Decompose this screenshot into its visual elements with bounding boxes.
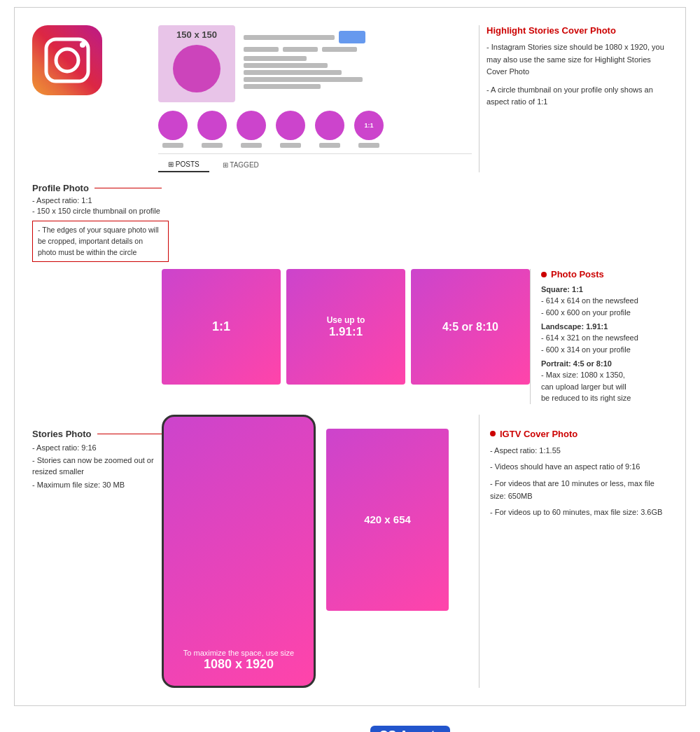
portrait-title: Portrait: 4:5 or 8:10 bbox=[541, 359, 700, 368]
portrait-b1: - Max size: 1080 x 1350, bbox=[541, 369, 700, 381]
igtv-b3: - For videos that are 10 minutes or less… bbox=[490, 478, 668, 502]
story-circle-3 bbox=[237, 111, 266, 140]
profile-photo-box: 150 x 150 bbox=[158, 25, 235, 102]
highlight-bullet2: - A circle thumbnail on your profile onl… bbox=[486, 84, 668, 109]
story-circle-4 bbox=[276, 111, 305, 140]
post-landscape: Use up to 1.91:1 bbox=[286, 269, 405, 385]
stories-photo-title: Stories Photo bbox=[32, 429, 92, 439]
photo-posts-left-spacer bbox=[32, 269, 162, 404]
phone-size: 1080 x 1920 bbox=[204, 657, 274, 672]
profile-size-label: 150 x 150 bbox=[158, 29, 235, 40]
square-title: Square: 1:1 bbox=[541, 285, 700, 294]
profile-annotation-box: - The edges of your square photo will be… bbox=[32, 221, 169, 262]
profile-annotation-text: - The edges of your square photo will be… bbox=[38, 226, 159, 256]
tab-posts[interactable]: ⊞ POSTS bbox=[158, 158, 209, 172]
footer: 2019 Infographic created by CS Agents bbox=[0, 713, 700, 732]
profile-info-bars bbox=[244, 25, 472, 91]
post-square: 1:1 bbox=[162, 269, 281, 385]
landscape-b2: - 600 x 314 on your profile bbox=[541, 344, 700, 356]
csagents-logo: CS Agents bbox=[370, 726, 450, 732]
igtv-cover-box: 420 x 654 bbox=[326, 429, 449, 611]
post-portrait: 4:5 or 8:10 bbox=[411, 269, 530, 385]
cs-text: CS bbox=[379, 728, 396, 732]
profile-photo-title: Profile Photo bbox=[32, 183, 89, 193]
stories-bullet2: - Stories can now be zoomed out or resiz… bbox=[32, 455, 162, 478]
stories-bullet3: - Maximum file size: 30 MB bbox=[32, 481, 162, 489]
top-left-area bbox=[32, 25, 151, 172]
square-b1: - 614 x 614 on the newsfeed bbox=[541, 295, 700, 307]
phone-mockup: To maximize the space, use size 1080 x 1… bbox=[162, 415, 316, 688]
agents-text: Agents bbox=[399, 728, 442, 732]
story-circle-5 bbox=[315, 111, 344, 140]
igtv-title: IGTV Cover Photo bbox=[500, 429, 578, 439]
highlight-bullet1: - Instagram Stories size should be 1080 … bbox=[486, 41, 668, 78]
landscape-line2: 1.91:1 bbox=[329, 325, 363, 339]
top-row: 150 x 150 bbox=[32, 25, 668, 172]
igtv-b1: - Aspect ratio: 1:1.55 bbox=[490, 445, 668, 457]
igtv-b2: - Videos should have an aspect ratio of … bbox=[490, 461, 668, 474]
profile-bullet1: - Aspect ratio: 1:1 bbox=[32, 196, 668, 205]
phone-text: To maximize the space, use size bbox=[183, 649, 294, 657]
main-container: 150 x 150 bbox=[14, 7, 686, 706]
highlight-stories-panel: Highlight Stories Cover Photo - Instagra… bbox=[479, 25, 668, 172]
story-circle-1 bbox=[158, 111, 188, 140]
photo-posts-info: Photo Posts Square: 1:1 - 614 x 614 on t… bbox=[530, 269, 700, 404]
profile-tabs: ⊞ POSTS ⊞ TAGGED bbox=[158, 153, 472, 172]
story-circle-2 bbox=[197, 111, 227, 140]
landscape-line1: Use up to bbox=[327, 315, 365, 325]
instagram-logo bbox=[32, 25, 102, 95]
post-boxes: 1:1 Use up to 1.91:1 4:5 or 8:10 bbox=[162, 269, 530, 404]
stories-row: 1:1 bbox=[158, 111, 472, 148]
story-circle-last: 1:1 bbox=[354, 111, 384, 140]
highlight-title: Highlight Stories Cover Photo bbox=[486, 25, 668, 36]
bottom-content: Stories Photo - Aspect ratio: 9:16 - Sto… bbox=[32, 415, 668, 688]
igtv-area: 420 x 654 bbox=[326, 415, 449, 688]
photo-posts-section: 1:1 Use up to 1.91:1 4:5 or 8:10 Photo P… bbox=[32, 269, 668, 404]
igtv-info-panel: IGTV Cover Photo - Aspect ratio: 1:1.55 … bbox=[479, 415, 668, 688]
landscape-title: Landscape: 1.91:1 bbox=[541, 322, 700, 331]
profile-label-area: Profile Photo - Aspect ratio: 1:1 - 150 … bbox=[32, 183, 668, 262]
stories-bullet1: - Aspect ratio: 9:16 bbox=[32, 443, 162, 452]
stories-label-area: Stories Photo - Aspect ratio: 9:16 - Sto… bbox=[32, 415, 162, 688]
profile-bullet2: - 150 x 150 circle thumbnail on profile bbox=[32, 207, 668, 215]
square-b2: - 600 x 600 on your profile bbox=[541, 307, 700, 319]
top-center-area: 150 x 150 bbox=[158, 25, 472, 172]
bottom-center-visuals: To maximize the space, use size 1080 x 1… bbox=[162, 415, 479, 688]
landscape-b1: - 614 x 321 on the newsfeed bbox=[541, 332, 700, 344]
portrait-b3: be reduced to its right size bbox=[541, 392, 700, 404]
portrait-b2: can upload larger but will bbox=[541, 381, 700, 393]
full-layout: 150 x 150 bbox=[25, 18, 675, 695]
photo-posts-title: Photo Posts bbox=[551, 269, 604, 279]
svg-rect-0 bbox=[32, 25, 102, 95]
svg-point-3 bbox=[80, 42, 85, 48]
profile-circle bbox=[173, 45, 220, 92]
igtv-b4: - For videos up to 60 minutes, max file … bbox=[490, 506, 668, 519]
tab-tagged[interactable]: ⊞ TAGGED bbox=[213, 158, 269, 172]
